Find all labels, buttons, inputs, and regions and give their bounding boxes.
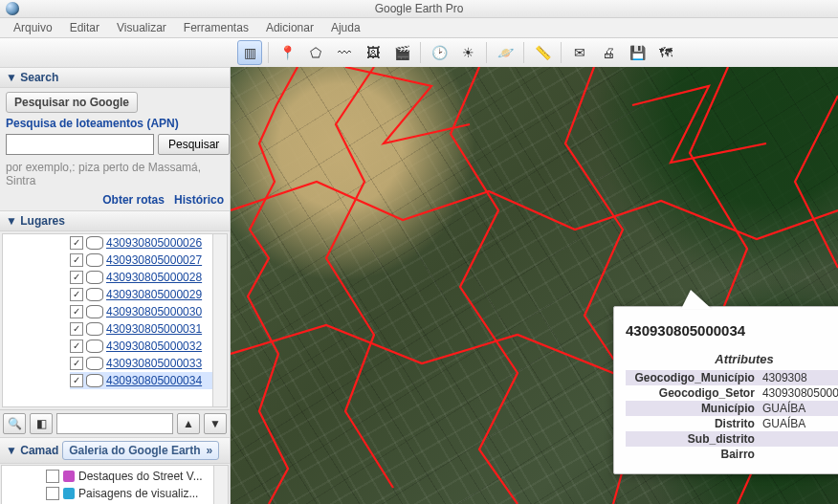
polygon-feature-icon: [86, 374, 103, 387]
attributes-heading: Attributes: [626, 352, 838, 366]
search-panel-header[interactable]: ▼ Search: [0, 67, 230, 88]
checkbox-icon[interactable]: ✓: [70, 357, 83, 370]
places-item-label[interactable]: 430930805000031: [106, 322, 202, 336]
toolbar-separator: [486, 42, 487, 63]
places-item-label[interactable]: 430930805000028: [106, 271, 202, 284]
menu-view[interactable]: Visualizar: [109, 19, 174, 36]
history-link[interactable]: Histórico: [174, 193, 224, 207]
placemark-icon[interactable]: 📍: [275, 40, 299, 65]
attribute-key: Município: [626, 401, 759, 416]
polygon-feature-icon: [86, 305, 103, 318]
places-tree[interactable]: ✓430930805000026✓430930805000027✓4309308…: [2, 233, 228, 407]
attributes-table: Geocodigo_Município4309308Geocodigo_Seto…: [626, 370, 838, 462]
layer-item[interactable]: Paisagens de visualiz...: [2, 485, 228, 502]
places-item-label[interactable]: 430930805000034: [106, 374, 202, 387]
checkbox-icon[interactable]: ✓: [70, 271, 83, 284]
checkbox-icon[interactable]: ✓: [70, 288, 83, 301]
places-item[interactable]: ✓430930805000026: [70, 234, 227, 252]
places-filter-select[interactable]: [56, 413, 173, 434]
places-item-label[interactable]: 430930805000026: [106, 236, 202, 250]
places-scrollbar[interactable]: [212, 234, 227, 406]
checkbox-icon[interactable]: [46, 470, 59, 483]
polygon-feature-icon: [86, 357, 103, 370]
places-item[interactable]: ✓430930805000034: [70, 372, 227, 389]
google-search-tab[interactable]: Pesquisar no Google: [6, 92, 138, 113]
move-down-button[interactable]: ▼: [204, 413, 227, 434]
attribute-value: [759, 447, 838, 462]
menu-help[interactable]: Ajuda: [323, 19, 368, 36]
attribute-row: MunicípioGUAÍBA: [626, 401, 838, 416]
attribute-key: Geocodigo_Município: [626, 370, 759, 385]
places-item[interactable]: ✓430930805000030: [70, 303, 227, 320]
move-up-button[interactable]: ▲: [177, 413, 200, 434]
places-item[interactable]: ✓430930805000032: [70, 338, 227, 355]
toolbar-separator: [268, 42, 269, 63]
menu-add[interactable]: Adicionar: [258, 19, 321, 36]
layer-item[interactable]: Destaques do Street V...: [2, 468, 228, 485]
checkbox-icon[interactable]: ✓: [70, 374, 83, 387]
feature-title: 430930805000034: [626, 322, 838, 339]
places-item-label[interactable]: 430930805000033: [106, 357, 202, 370]
ruler-icon[interactable]: 📏: [530, 40, 555, 65]
earth-gallery-button[interactable]: Galeria do Google Earth »: [62, 441, 219, 460]
sunlight-icon[interactable]: ☀: [455, 40, 480, 65]
layer-color-icon: [63, 471, 75, 482]
checkbox-icon[interactable]: ✓: [70, 322, 83, 336]
attribute-row: Geocodigo_Setor430930805000034: [626, 385, 838, 401]
attribute-value: 430930805000034: [759, 385, 838, 401]
image-overlay-icon[interactable]: 🖼: [361, 40, 386, 65]
places-item-label[interactable]: 430930805000027: [106, 253, 202, 267]
earth-gallery-label: Galeria do Google Earth: [69, 444, 200, 457]
view-in-maps-icon[interactable]: 🗺: [653, 40, 678, 65]
places-item[interactable]: ✓430930805000029: [70, 286, 227, 303]
attribute-key: Distrito: [626, 416, 759, 431]
checkbox-icon[interactable]: ✓: [70, 305, 83, 318]
places-item[interactable]: ✓430930805000028: [70, 269, 227, 286]
title-bar: Google Earth Pro: [0, 0, 838, 18]
attribute-value: GUAÍBA: [759, 401, 838, 416]
email-icon[interactable]: ✉: [567, 40, 592, 65]
polygon-feature-icon: [86, 288, 103, 301]
checkbox-icon[interactable]: [46, 487, 59, 500]
historical-imagery-icon[interactable]: 🕑: [427, 40, 452, 65]
save-image-icon[interactable]: 💾: [625, 40, 650, 65]
places-item-label[interactable]: 430930805000030: [106, 305, 202, 318]
find-button[interactable]: 🔍: [3, 413, 26, 434]
chevron-right-icon: »: [207, 444, 213, 457]
record-tour-icon[interactable]: 🎬: [389, 40, 414, 65]
attribute-key: Bairro: [626, 447, 759, 462]
checkbox-icon[interactable]: ✓: [70, 340, 83, 353]
layers-panel-title: Camad: [20, 444, 58, 457]
places-item[interactable]: ✓430930805000033: [70, 355, 227, 372]
path-icon[interactable]: 〰: [332, 40, 357, 65]
places-item[interactable]: ✓430930805000031: [70, 320, 227, 338]
menu-tools[interactable]: Ferramentas: [176, 19, 256, 36]
places-panel-header[interactable]: ▼ Lugares: [0, 210, 230, 231]
checkbox-icon[interactable]: ✓: [70, 236, 83, 250]
toolbar-separator: [561, 42, 562, 63]
apn-search-label: Pesquisa de loteamentos (APN): [6, 117, 224, 130]
layers-scrollbar[interactable]: [213, 466, 228, 504]
places-item-label[interactable]: 430930805000032: [106, 340, 202, 353]
attribute-row: Sub_distrito: [626, 431, 838, 447]
places-item-label[interactable]: 430930805000029: [106, 288, 202, 301]
map-viewport[interactable]: ✕ 430930805000034 Attributes Geocodigo_M…: [231, 67, 838, 504]
layer-color-icon: [63, 488, 75, 499]
print-icon[interactable]: 🖨: [596, 40, 621, 65]
search-panel-body: Pesquisar no Google Pesquisa de loteamen…: [0, 88, 230, 210]
layers-panel-header[interactable]: ▼ Camad Galeria do Google Earth »: [0, 437, 230, 464]
menu-edit[interactable]: Editar: [62, 19, 107, 36]
places-item[interactable]: ✓430930805000027: [70, 252, 227, 269]
sidebar-toggle-icon[interactable]: ▥: [237, 40, 262, 65]
polygon-icon[interactable]: ⬠: [303, 40, 328, 65]
menu-file[interactable]: Arquivo: [6, 19, 60, 36]
search-button[interactable]: Pesquisar: [158, 134, 230, 155]
search-input[interactable]: [6, 134, 154, 155]
attribute-key: Sub_distrito: [626, 431, 759, 447]
layer-label: Destaques do Street V...: [78, 470, 203, 483]
planets-icon[interactable]: 🪐: [493, 40, 518, 65]
get-directions-link[interactable]: Obter rotas: [102, 193, 165, 207]
checkbox-icon[interactable]: ✓: [70, 253, 83, 267]
layers-tree[interactable]: Destaques do Street V...Paisagens de vis…: [1, 465, 229, 504]
panel-toggle-button[interactable]: ◧: [30, 413, 53, 434]
